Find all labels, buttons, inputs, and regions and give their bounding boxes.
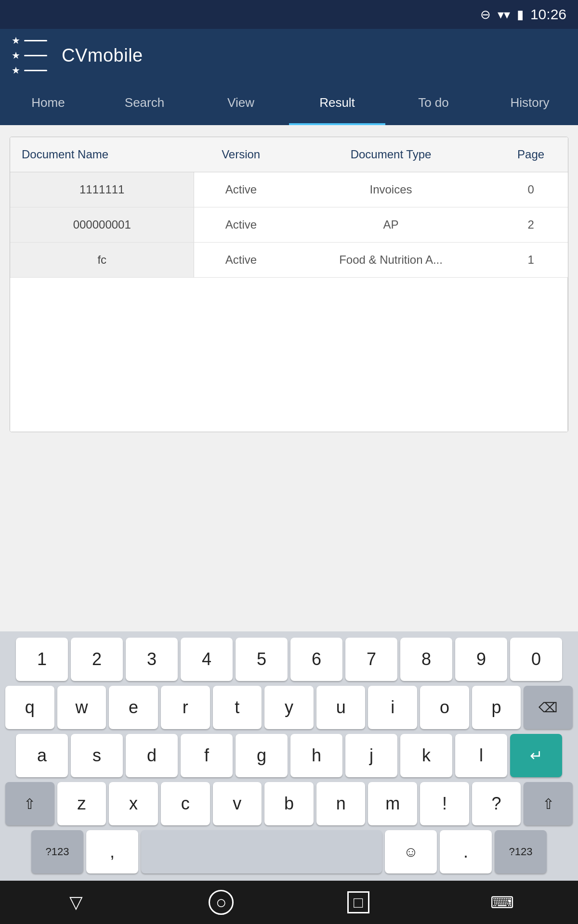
symbols-left-key[interactable]: ?123 [31,830,83,873]
key-q[interactable]: q [5,686,54,729]
cell-version-1: Active [194,207,288,243]
star-icon-3: ★ [12,64,20,76]
keyboard-row-a: a s d f g h j k l ↵ [0,732,578,779]
keyboard-row-numbers: 1 2 3 4 5 6 7 8 9 0 [0,636,578,682]
app-title: CVmobile [62,45,143,66]
nav-tabs: Home Search View Result To do History [0,82,578,125]
space-key[interactable] [141,830,382,873]
battery-icon: ▮ [517,7,524,22]
key-x[interactable]: x [109,782,158,825]
tab-home[interactable]: Home [0,82,96,125]
key-period[interactable]: . [440,830,492,873]
cell-page-0: 0 [494,172,568,207]
key-0[interactable]: 0 [510,638,562,681]
key-5[interactable]: 5 [236,638,288,681]
cell-page-1: 2 [494,207,568,243]
col-header-doc-type: Document Type [288,137,494,172]
wifi-icon: ▾▾ [498,7,510,22]
col-header-doc-name: Document Name [10,137,194,172]
key-o[interactable]: o [420,686,469,729]
key-b[interactable]: b [264,782,314,825]
table-row[interactable]: 1111111 Active Invoices 0 [10,172,568,207]
key-v[interactable]: v [213,782,262,825]
col-header-version: Version [194,137,288,172]
recents-button[interactable]: □ [347,891,369,913]
key-c[interactable]: c [161,782,210,825]
key-2[interactable]: 2 [71,638,123,681]
status-time: 10:26 [530,6,566,23]
key-s[interactable]: s [71,734,123,777]
keyboard-button[interactable]: ⌨ [483,883,521,922]
key-6[interactable]: 6 [290,638,342,681]
results-table-container: Document Name Version Document Type Page… [10,137,568,432]
tab-view[interactable]: View [193,82,289,125]
menu-line-2 [24,55,47,56]
key-w[interactable]: w [57,686,106,729]
key-z[interactable]: z [57,782,106,825]
cell-doc-type-2: Food & Nutrition A... [288,243,494,278]
star-icon-2: ★ [12,50,20,61]
key-r[interactable]: r [161,686,210,729]
menu-button[interactable]: ★ ★ ★ [12,35,47,76]
key-3[interactable]: 3 [126,638,178,681]
key-p[interactable]: p [472,686,521,729]
emoji-key[interactable]: ☺ [385,830,437,873]
key-1[interactable]: 1 [16,638,68,681]
keyboard: 1 2 3 4 5 6 7 8 9 0 q w e r t y u i o p … [0,631,578,881]
cell-doc-name-2: fc [10,243,194,278]
key-e[interactable]: e [109,686,158,729]
key-l[interactable]: l [455,734,507,777]
key-n[interactable]: n [316,782,366,825]
backspace-key[interactable]: ⌫ [524,686,573,729]
home-button[interactable]: ○ [209,890,234,915]
key-7[interactable]: 7 [345,638,397,681]
key-j[interactable]: j [345,734,397,777]
key-h[interactable]: h [290,734,342,777]
app-bar: ★ ★ ★ CVmobile [0,29,578,82]
tab-result[interactable]: Result [289,82,385,125]
shift-left-key[interactable]: ⇧ [5,782,54,825]
key-exclaim[interactable]: ! [420,782,469,825]
key-4[interactable]: 4 [181,638,233,681]
tab-history[interactable]: History [482,82,578,125]
bottom-nav: ▽ ○ □ ⌨ [0,881,578,924]
key-9[interactable]: 9 [455,638,507,681]
symbols-right-key[interactable]: ?123 [495,830,547,873]
keyboard-row-bottom: ?123 , ☺ . ?123 [0,829,578,879]
star-icon-1: ★ [12,35,20,46]
minus-circle-icon: ⊖ [480,7,491,22]
key-t[interactable]: t [213,686,262,729]
cell-doc-type-0: Invoices [288,172,494,207]
cell-doc-name-1: 000000001 [10,207,194,243]
key-d[interactable]: d [126,734,178,777]
keyboard-row-q: q w e r t y u i o p ⌫ [0,684,578,731]
key-8[interactable]: 8 [400,638,452,681]
table-header-row: Document Name Version Document Type Page [10,137,568,172]
key-f[interactable]: f [181,734,233,777]
menu-line-1 [24,40,47,41]
enter-key[interactable]: ↵ [510,734,562,777]
menu-line-3 [24,70,47,71]
key-comma[interactable]: , [86,830,138,873]
key-k[interactable]: k [400,734,452,777]
col-header-page: Page [494,137,568,172]
tab-todo[interactable]: To do [385,82,482,125]
results-table: Document Name Version Document Type Page… [10,137,568,432]
table-row[interactable]: 000000001 Active AP 2 [10,207,568,243]
table-row[interactable]: fc Active Food & Nutrition A... 1 [10,243,568,278]
cell-page-2: 1 [494,243,568,278]
key-y[interactable]: y [264,686,314,729]
tab-search[interactable]: Search [96,82,193,125]
main-content: Document Name Version Document Type Page… [0,125,578,631]
table-row-empty [10,278,568,432]
back-button[interactable]: ▽ [57,883,95,922]
key-a[interactable]: a [16,734,68,777]
shift-right-key[interactable]: ⇧ [524,782,573,825]
cell-doc-name-0: 1111111 [10,172,194,207]
key-question[interactable]: ? [472,782,521,825]
key-i[interactable]: i [368,686,417,729]
key-g[interactable]: g [236,734,288,777]
key-m[interactable]: m [368,782,417,825]
key-u[interactable]: u [316,686,366,729]
cell-version-0: Active [194,172,288,207]
